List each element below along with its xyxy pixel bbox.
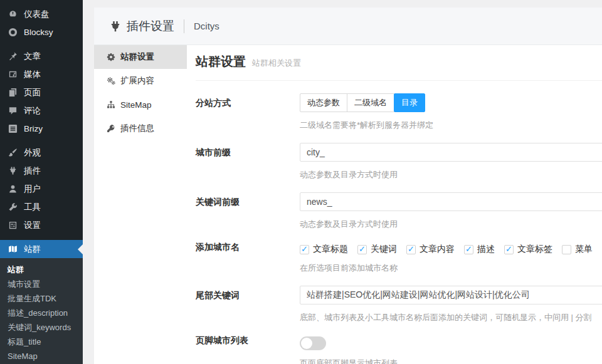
sidebar-label: Brizy [24, 124, 43, 133]
sidebar-item-sites[interactable]: 站群 [0, 240, 83, 258]
tab-plugin-info[interactable]: 插件信息 [94, 117, 187, 140]
checkbox-article-title[interactable]: 文章标题 [300, 244, 348, 255]
plugin-name: Dcitys [194, 21, 219, 31]
sidebar-label: 站群 [24, 244, 41, 255]
title-divider [184, 19, 184, 33]
field-hint: 底部、城市列表及小工具城市名称后面添加的关键词，可随机显示，中间用 | 分割 [300, 312, 602, 323]
tab-label: 插件信息 [120, 123, 154, 134]
form-row-add-city-name: 添加城市名 文章标题 关键词 [196, 242, 602, 274]
plug-icon [7, 166, 18, 176]
sidebar-item-blocksy[interactable]: Blocksy [0, 23, 83, 41]
split-mode-dynamic-button[interactable]: 动态参数 [300, 93, 347, 112]
sidebar-item-posts[interactable]: 文章 [0, 47, 83, 65]
sidebar-label: 页面 [24, 87, 41, 98]
tab-label: SiteMap [120, 100, 152, 110]
tab-extended-content[interactable]: 扩展内容 [94, 69, 187, 93]
tab-label: 站群设置 [120, 51, 154, 63]
form-row-tail-keywords: 尾部关键词 底部、城市列表及小工具城市名称后面添加的关键词，可随机显示，中间用 … [196, 286, 602, 323]
submenu-item-description[interactable]: 描述_description [0, 306, 83, 320]
checkbox-label: 描述 [477, 244, 495, 255]
field-hint: 动态参数及目录方式时使用 [300, 169, 602, 180]
field-hint: 在所选项目前添加城市名称 [300, 263, 602, 274]
sidebar-item-tools[interactable]: 工具 [0, 198, 83, 216]
split-mode-button-group: 动态参数 二级域名 目录 [300, 93, 433, 112]
gear-icon [105, 53, 116, 61]
checkbox-label: 文章标题 [313, 244, 348, 255]
sidebar-label: 外观 [24, 147, 41, 159]
checkbox-article-content[interactable]: 文章内容 [406, 244, 455, 255]
sidebar-label: Blocksy [24, 28, 53, 37]
field-label: 尾部关键词 [196, 286, 300, 323]
sidebar-item-settings[interactable]: 设置 [0, 216, 83, 234]
checkbox-menu[interactable]: 菜单 [562, 244, 593, 255]
plug-icon [109, 20, 122, 33]
checkbox-label: 菜单 [575, 244, 593, 255]
sidebar-item-appearance[interactable]: 外观 [0, 143, 83, 162]
sidebar-item-dashboard[interactable]: 仪表盘 [0, 5, 83, 23]
sidebar-label: 设置 [24, 220, 41, 231]
checkbox-icon [504, 245, 514, 254]
admin-content: 插件设置 Dcitys 站群设置 扩展内容 SiteMa [83, 0, 602, 364]
sidebar-label: 仪表盘 [24, 9, 50, 20]
pages-icon [7, 88, 18, 98]
field-label: 添加城市名 [196, 242, 300, 274]
admin-sidebar: 仪表盘 Blocksy 文章 媒体 页面 评论 Brizy [0, 0, 83, 364]
city-prefix-input[interactable] [300, 143, 602, 162]
checkbox-icon [562, 245, 571, 254]
submenu-item-city-settings[interactable]: 城市设置 [0, 277, 83, 291]
submenu-item-sites[interactable]: 站群 [0, 263, 83, 277]
toggle-knob [301, 338, 312, 349]
sidebar-item-users[interactable]: 用户 [0, 180, 83, 198]
sidebar-item-media[interactable]: 媒体 [0, 65, 83, 83]
page-title: 插件设置 [127, 18, 174, 34]
split-mode-directory-button[interactable]: 目录 [394, 93, 425, 112]
split-mode-subdomain-button[interactable]: 二级域名 [347, 93, 394, 112]
sidebar-separator [0, 41, 83, 47]
sidebar-label: 插件 [24, 165, 41, 177]
sidebar-separator [0, 138, 83, 143]
sitemap-icon [105, 100, 116, 109]
plugin-settings-card: 插件设置 Dcitys 站群设置 扩展内容 SiteMa [94, 8, 602, 364]
card-header: 插件设置 Dcitys [94, 8, 602, 45]
media-icon [7, 70, 18, 80]
checkbox-label: 文章内容 [420, 244, 455, 255]
footer-city-list-toggle[interactable] [300, 336, 326, 350]
keyword-prefix-input[interactable] [300, 192, 602, 211]
user-icon [7, 184, 18, 194]
sites-submenu: 站群 城市设置 批量生成TDK 描述_description 关键词_keywo… [0, 258, 83, 364]
section-title: 站群设置 [196, 53, 246, 70]
submenu-item-keywords[interactable]: 关键词_keywords [0, 320, 83, 335]
form-row-city-prefix: 城市前缀 动态参数及目录方式时使用 [196, 143, 602, 180]
tab-label: 扩展内容 [120, 75, 154, 86]
checkbox-icon [464, 245, 473, 254]
sidebar-label: 用户 [24, 184, 41, 195]
cogs-icon [105, 76, 116, 85]
card-body: 站群设置 扩展内容 SiteMap 插件信息 [94, 45, 602, 364]
field-label: 关键词前缀 [196, 192, 300, 230]
sidebar-item-plugins[interactable]: 插件 [0, 162, 83, 180]
tab-sitemap[interactable]: SiteMap [94, 93, 187, 117]
sidebar-item-pages[interactable]: 页面 [0, 83, 83, 101]
settings-nav: 站群设置 扩展内容 SiteMap 插件信息 [94, 45, 187, 364]
checkbox-description[interactable]: 描述 [464, 244, 495, 255]
form-row-keyword-prefix: 关键词前缀 动态参数及目录方式时使用 [196, 192, 602, 230]
brizy-icon [7, 124, 18, 134]
map-icon [7, 244, 18, 254]
checkbox-label: 关键词 [371, 244, 397, 255]
settings-form: 站群设置 站群相关设置 分站方式 动态参数 二级域名 目录 二级域名需要将 [187, 45, 602, 364]
checkbox-article-tags[interactable]: 文章标签 [504, 244, 552, 255]
checkbox-group: 文章标题 关键词 文章内容 [300, 242, 602, 255]
tail-keywords-input[interactable] [300, 286, 602, 304]
field-hint: 页面底部页脚显示城市列表 [300, 358, 398, 364]
checkbox-icon [300, 245, 309, 254]
submenu-item-batch-tdk[interactable]: 批量生成TDK [0, 291, 83, 306]
section-title-row: 站群设置 站群相关设置 [196, 53, 602, 81]
sidebar-item-brizy[interactable]: Brizy [0, 120, 83, 138]
checkbox-keywords[interactable]: 关键词 [357, 244, 397, 255]
sidebar-item-comments[interactable]: 评论 [0, 101, 83, 120]
submenu-item-sitemap[interactable]: SiteMap [0, 349, 83, 363]
sidebar-label: 媒体 [24, 69, 41, 80]
field-hint: 二级域名需要将*解析到服务器并绑定 [300, 120, 433, 131]
tab-site-group-settings[interactable]: 站群设置 [94, 45, 187, 69]
submenu-item-title[interactable]: 标题_title [0, 335, 83, 349]
